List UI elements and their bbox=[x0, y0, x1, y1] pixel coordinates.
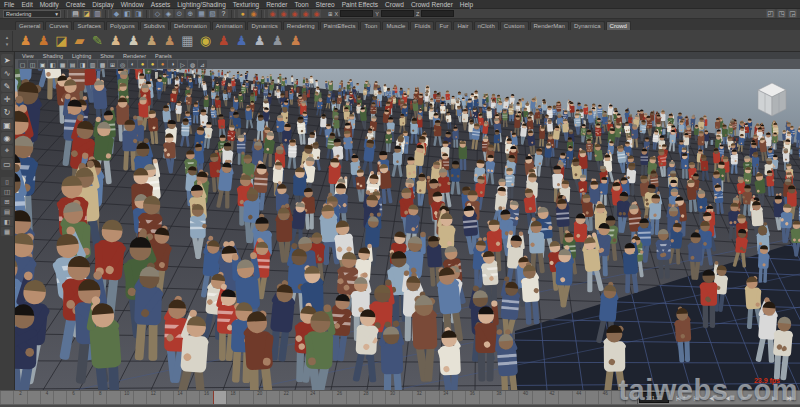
frame-cell-35[interactable] bbox=[452, 391, 465, 404]
single-pane-layout[interactable]: ▯ bbox=[1, 177, 13, 186]
help-icon[interactable]: ? bbox=[219, 9, 228, 18]
viewport-toolbar-icon-4[interactable]: ▦ bbox=[58, 60, 67, 68]
view-cube[interactable] bbox=[754, 81, 790, 121]
panel-menu-renderer[interactable]: Renderer bbox=[123, 53, 146, 59]
viewport-toolbar-icon-16[interactable]: ▷ bbox=[178, 60, 187, 68]
time-slider-track[interactable]: 2468101214161820222426283032343638404244… bbox=[0, 391, 638, 404]
frame-cell-14[interactable]: 14 bbox=[173, 391, 186, 404]
panel-menu-panels[interactable]: Panels bbox=[155, 53, 172, 59]
shelf-tab-renderman[interactable]: RenderMan bbox=[530, 21, 569, 30]
shelf-tab-custom[interactable]: Custom bbox=[500, 21, 529, 30]
viewport-toolbar-icon-7[interactable]: ▥ bbox=[88, 60, 97, 68]
crowd-folder-icon[interactable]: ◪ bbox=[54, 32, 69, 49]
frame-cell-42[interactable]: 42 bbox=[545, 391, 558, 404]
frame-cell-19[interactable] bbox=[239, 391, 252, 404]
frame-cell-28[interactable]: 28 bbox=[359, 391, 372, 404]
menu-crowd[interactable]: Crowd bbox=[385, 1, 404, 8]
viewport-toolbar-icon-8[interactable]: ▩ bbox=[98, 60, 107, 68]
viewport-toolbar-icon-1[interactable]: ◫ bbox=[28, 60, 37, 68]
lasso-tool[interactable]: ∿ bbox=[1, 67, 13, 79]
shelf-menu-column[interactable]: ▴▾ bbox=[2, 31, 13, 51]
frame-cell-44[interactable]: 44 bbox=[572, 391, 585, 404]
frame-cell-21[interactable] bbox=[266, 391, 279, 404]
menu-paint-effects[interactable]: Paint Effects bbox=[342, 1, 378, 8]
show-grid-icon[interactable]: ◰ bbox=[766, 9, 775, 18]
menu-crowd-render[interactable]: Crowd Render bbox=[411, 1, 453, 8]
menu-assets[interactable]: Assets bbox=[151, 1, 171, 8]
construction-history-icon[interactable]: ◉ bbox=[268, 9, 277, 18]
paint-selection-tool[interactable]: ✎ bbox=[1, 80, 13, 92]
viewport-toolbar-icon-10[interactable]: ◎ bbox=[118, 60, 127, 68]
go-to-end-button[interactable]: ▶▶| bbox=[782, 394, 798, 401]
viewport-toolbar-icon-14[interactable]: ● bbox=[158, 60, 167, 68]
frame-cell-11[interactable] bbox=[133, 391, 146, 404]
scene-3d[interactable]: 23.9 fps bbox=[15, 69, 800, 390]
viewport-toolbar-icon-2[interactable]: ▣ bbox=[38, 60, 47, 68]
frame-cell-16[interactable]: 16 bbox=[199, 391, 212, 404]
persp-outliner-layout[interactable]: ▤ bbox=[1, 207, 13, 216]
save-scene-icon[interactable]: ▥ bbox=[93, 9, 102, 18]
frame-cell-7[interactable] bbox=[80, 391, 93, 404]
select-tool[interactable]: ➤ bbox=[1, 54, 13, 66]
viewport-toolbar-icon-13[interactable]: ● bbox=[148, 60, 157, 68]
frame-cell-30[interactable]: 30 bbox=[385, 391, 398, 404]
frame-cell-13[interactable] bbox=[160, 391, 173, 404]
shelf-tab-fur[interactable]: Fur bbox=[435, 21, 452, 30]
hypershade-icon[interactable]: ◉ bbox=[301, 9, 310, 18]
step-back-frame-button[interactable]: ◀| bbox=[704, 394, 720, 401]
menu-modify[interactable]: Modify bbox=[40, 1, 59, 8]
frame-cell-17[interactable] bbox=[213, 391, 226, 404]
frame-cell-20[interactable]: 20 bbox=[253, 391, 266, 404]
universal-manipulator-tool[interactable]: ◉ bbox=[1, 132, 13, 144]
frame-cell-32[interactable]: 32 bbox=[412, 391, 425, 404]
menu-edit[interactable]: Edit bbox=[21, 1, 32, 8]
snap-surface-icon[interactable]: ▦ bbox=[197, 9, 206, 18]
skeleton-icon[interactable]: ♟ bbox=[252, 32, 267, 49]
frame-cell-43[interactable] bbox=[558, 391, 571, 404]
viewport-toolbar-icon-17[interactable]: ◍ bbox=[188, 60, 197, 68]
shelf-tab-dynamica[interactable]: Dynamica bbox=[570, 21, 605, 30]
select-component-icon[interactable]: ◨ bbox=[134, 9, 143, 18]
frame-cell-39[interactable] bbox=[505, 391, 518, 404]
menu-stereo[interactable]: Stereo bbox=[316, 1, 335, 8]
play-backwards-button[interactable]: ◀ bbox=[719, 394, 735, 401]
show-manipulator-tool[interactable]: ⌖ bbox=[1, 145, 13, 157]
crowd-disc-icon[interactable]: ◉ bbox=[198, 32, 213, 49]
frame-cell-4[interactable]: 4 bbox=[40, 391, 53, 404]
viewport-toolbar-icon-9[interactable]: ⊞ bbox=[108, 60, 117, 68]
two-pane-layout[interactable]: ◫ bbox=[1, 187, 13, 196]
viewport-toolbar-icon-15[interactable]: ◑ bbox=[168, 60, 177, 68]
frame-cell-24[interactable]: 24 bbox=[306, 391, 319, 404]
menu-set-dropdown[interactable]: Rendering ▾ bbox=[3, 10, 61, 18]
frame-cell-36[interactable]: 36 bbox=[465, 391, 478, 404]
frame-cell-47[interactable] bbox=[611, 391, 624, 404]
four-pane-layout[interactable]: ⊞ bbox=[1, 197, 13, 206]
frame-cell-10[interactable]: 10 bbox=[120, 391, 133, 404]
menu-display[interactable]: Display bbox=[92, 1, 113, 8]
character-walk-icon[interactable]: ♟ bbox=[144, 32, 159, 49]
hypershade-layout[interactable]: ◧ bbox=[1, 217, 13, 226]
step-forward-frame-button[interactable]: |▶ bbox=[751, 394, 767, 401]
character-run-icon[interactable]: ♟ bbox=[162, 32, 177, 49]
coord-input-x[interactable] bbox=[340, 10, 373, 17]
frame-cell-18[interactable]: 18 bbox=[226, 391, 239, 404]
shelf-tab-general[interactable]: General bbox=[15, 21, 44, 30]
frame-cell-25[interactable] bbox=[319, 391, 332, 404]
current-time-field[interactable]: 181.27 bbox=[639, 392, 669, 403]
shelf-arrow-icon[interactable]: ▾ bbox=[6, 41, 9, 47]
shelf-tab-subdivs[interactable]: Subdivs bbox=[140, 21, 169, 30]
frame-cell-22[interactable]: 22 bbox=[279, 391, 292, 404]
shelf-tab-polygons[interactable]: Polygons bbox=[106, 21, 139, 30]
paint-crowd-icon[interactable]: ✎ bbox=[90, 32, 105, 49]
scale-tool[interactable]: ▣ bbox=[1, 119, 13, 131]
frame-cell-2[interactable]: 2 bbox=[13, 391, 26, 404]
menu-lighting-shading[interactable]: Lighting/Shading bbox=[177, 1, 225, 8]
move-tool[interactable]: ✛ bbox=[1, 93, 13, 105]
menu-file[interactable]: File bbox=[4, 1, 14, 8]
menu-toon[interactable]: Toon bbox=[294, 1, 308, 8]
crowd-field-icon[interactable]: ▰ bbox=[72, 32, 87, 49]
go-to-start-button[interactable]: |◀◀ bbox=[672, 394, 688, 401]
snap-curve-icon[interactable]: ◈ bbox=[164, 9, 173, 18]
sidebar-toggle-icon[interactable]: ◳ bbox=[777, 9, 786, 18]
panel-menu-shading[interactable]: Shading bbox=[43, 53, 63, 59]
